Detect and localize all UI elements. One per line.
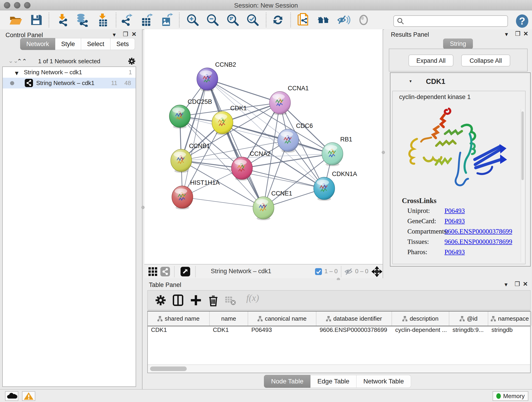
panel-float-icon[interactable]: ❒ [515,281,520,288]
network-view: CCNB2CCNA1CDC25BCDK1CDC6RB1CCNB1CCNA2CDK… [144,29,383,278]
panel-float-icon[interactable]: ❒ [515,30,520,37]
save-icon[interactable] [29,13,43,27]
tab-select[interactable]: Select [81,38,110,50]
zoom-fit-icon[interactable] [226,13,240,27]
results-panel: Results Panel ▾ ❒ ✕ String Expand All Co… [384,29,532,278]
vertical-splitter-handle[interactable] [382,151,385,154]
tab-edge-table[interactable]: Edge Table [310,375,356,388]
export-image-icon[interactable] [159,13,173,27]
table-header-row: shared namenamecanonical namedatabase id… [148,312,530,326]
panel-close-icon[interactable]: ✕ [132,31,137,38]
crosslink-link[interactable]: P06493 [444,248,465,259]
column-header-sharedname[interactable]: shared name [148,312,210,326]
network-node-CDC6[interactable]: CDC6 [278,122,313,153]
search-input[interactable] [404,17,507,25]
network-list-header: ⌄⌄ ⌃⌃ 1 of 1 Network selected [2,56,136,66]
hscroll-thumb[interactable] [150,366,187,371]
hide-eye-icon[interactable] [336,13,350,27]
column-tree-icon [460,316,465,321]
import-table-icon[interactable] [95,13,109,27]
network-node-CCNA2[interactable]: CCNA2 [231,150,271,181]
network-node-HIST1H1A[interactable]: HIST1H1A [172,179,220,210]
zoom-out-icon[interactable] [206,13,220,27]
column-header-id[interactable]: @id [449,312,488,326]
network-badge-icon[interactable] [160,267,170,276]
help-icon[interactable]: ? [516,14,528,28]
tab-network[interactable]: Network [20,38,55,50]
toolbar-separator [174,266,175,277]
export-table-icon[interactable] [140,13,153,27]
tab-node-table[interactable]: Node Table [264,375,310,388]
crosslink-link[interactable]: 9606.ENSP00000378699 [444,228,512,238]
panel-menu-icon[interactable]: ▾ [505,281,507,288]
network-node-RB1[interactable]: RB1 [322,136,352,166]
column-header-namespace[interactable]: namespace [488,312,532,326]
column-header-description[interactable]: description [392,312,449,326]
column-header-name[interactable]: name [210,312,248,326]
table-hscrollbar[interactable] [148,364,530,373]
cloud-icon [6,392,18,400]
network-edge [182,197,264,208]
network-canvas[interactable]: CCNB2CCNA1CDC25BCDK1CDC6RB1CCNB1CCNA2CDK… [144,29,383,264]
table-gear-icon[interactable] [154,294,167,307]
gene-caret-icon[interactable]: ▼ [409,79,412,83]
export-network-icon[interactable] [120,13,133,27]
panel-menu-icon[interactable]: ▾ [113,31,116,38]
expand-all-button[interactable]: Expand All [409,55,453,66]
network-node-CCNB1[interactable]: CCNB1 [171,143,210,173]
hidden-count: 0 – 0 [355,268,368,275]
import-database-icon[interactable] [75,13,89,27]
panel-close-icon[interactable]: ✕ [523,30,528,37]
network-node-CCNA1[interactable]: CCNA1 [269,85,309,115]
results-panel-title: Results Panel [391,31,429,38]
columns-icon[interactable] [172,294,184,307]
crosslink-link[interactable]: P06493 [444,207,465,217]
panel-menu-icon[interactable]: ▾ [505,31,508,38]
zoom-selected-icon[interactable] [246,13,260,27]
gene-card-header[interactable]: ▼ CDK1 [390,73,530,91]
table-row[interactable]: CDK1CDK1P064939606.ENSP00000378699cyclin… [148,326,530,336]
panel-float-icon[interactable]: ❒ [123,31,128,38]
vertical-splitter-handle[interactable] [141,206,145,209]
tab-style[interactable]: Style [55,38,81,50]
refresh-icon[interactable] [271,13,285,27]
crosslink-row: Uniprot:P06493 [407,207,512,217]
grid-view-icon[interactable] [148,267,158,276]
import-network-icon[interactable] [56,13,70,27]
toolbar-separator [195,266,196,277]
results-scrollbar[interactable] [521,109,524,262]
options-gear-icon[interactable] [127,57,136,65]
search-field[interactable] [393,15,508,27]
network-collection-row[interactable]: ▼ String Network – cdk1 1 [3,67,136,78]
column-header-databaseidentifier[interactable]: database identifier [317,312,392,326]
warnings-button[interactable] [22,391,35,401]
zoom-in-icon[interactable] [186,13,200,27]
panel-close-icon[interactable]: ✕ [523,281,528,288]
homes-icon[interactable] [317,13,330,27]
tab-sets[interactable]: Sets [110,38,135,50]
memory-button[interactable]: Memory [493,391,528,401]
crosslink-link[interactable]: 9606.ENSP00000378699 [444,238,512,248]
network-node-CDC25B[interactable]: CDC25B [169,98,212,128]
collapse-all-button[interactable]: Collapse All [461,55,510,66]
network-node-CCNE1[interactable]: CCNE1 [253,190,292,220]
delete-column-icon[interactable] [207,294,220,307]
clear-table-icon [224,294,237,307]
open-folder-icon[interactable] [9,13,22,27]
selected-checkbox-icon[interactable] [315,268,322,275]
crosslink-link[interactable]: P06493 [444,217,465,228]
tab-string[interactable]: String [443,38,473,49]
collection-caret-icon[interactable]: ▼ [14,70,20,77]
table-cell: CDK1 [148,326,210,336]
add-column-icon[interactable] [190,294,202,307]
birds-eye-view-icon[interactable] [181,267,190,276]
network-row-selected[interactable]: String Network – cdk1 11 48 [3,78,136,89]
network-node-CDKN1A[interactable]: CDKN1A [314,171,357,201]
column-header-canonicalname[interactable]: canonical name [248,312,317,326]
tab-network-table[interactable]: Network Table [356,375,411,388]
automation-cloud-button[interactable] [5,391,18,401]
fit-selection-crosshair-icon[interactable] [372,266,382,277]
warning-icon [22,392,35,400]
share-document-icon[interactable] [297,13,310,27]
eye-icon[interactable] [357,13,370,27]
